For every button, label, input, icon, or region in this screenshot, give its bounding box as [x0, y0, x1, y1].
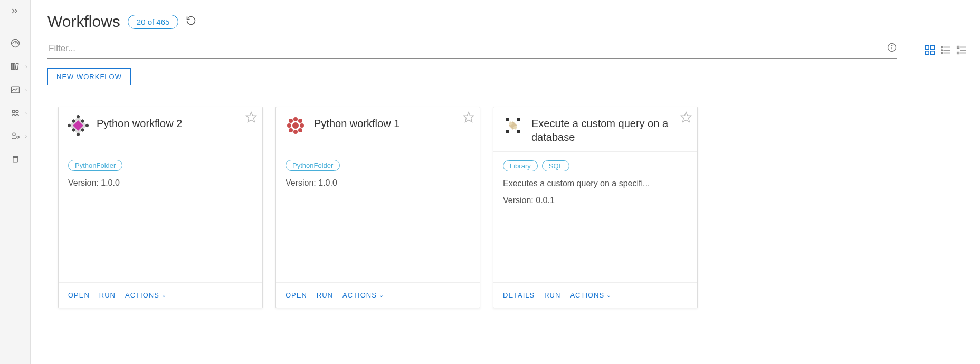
svg-rect-15: [926, 51, 929, 54]
divider: [910, 43, 910, 57]
workflow-icon: [502, 114, 524, 137]
filter-input[interactable]: [47, 41, 887, 56]
svg-point-21: [941, 50, 943, 51]
svg-rect-51: [506, 130, 509, 133]
svg-marker-56: [681, 112, 691, 122]
card-footer: OPEN RUN ACTIONS⌄: [276, 282, 480, 308]
svg-rect-9: [13, 156, 17, 158]
sidebar-item-library[interactable]: ›: [0, 55, 30, 78]
view-grid-button[interactable]: [923, 43, 937, 57]
details-button[interactable]: DETAILS: [503, 291, 535, 299]
card-version: Version: 0.0.1: [503, 196, 688, 205]
card-footer: DETAILS RUN ACTIONS⌄: [493, 282, 697, 308]
sidebar-item-storage[interactable]: [0, 148, 30, 171]
svg-point-47: [298, 128, 302, 132]
sidebar: › › › ›: [0, 0, 31, 364]
actions-dropdown[interactable]: ACTIONS⌄: [342, 291, 384, 299]
main-content: Workflows 20 of 465 NEW WORKFLOW: [31, 0, 980, 364]
chevron-down-icon: ⌄: [161, 292, 167, 299]
new-workflow-button[interactable]: NEW WORKFLOW: [47, 68, 131, 85]
svg-rect-14: [931, 45, 934, 49]
svg-point-46: [289, 128, 293, 132]
chevron-right-icon: ›: [25, 133, 27, 139]
card-header: Execute a custom query on a database: [493, 107, 697, 152]
cards-container: Python workflow 2 PythonFolder Version: …: [47, 107, 968, 308]
svg-point-44: [289, 119, 293, 123]
svg-rect-52: [517, 130, 520, 133]
svg-point-41: [300, 123, 304, 128]
card-description: Executes a custom query on a specifi...: [503, 179, 688, 188]
run-button[interactable]: RUN: [317, 291, 333, 299]
card-body: PythonFolder Version: 1.0.0: [59, 151, 262, 282]
svg-point-7: [16, 136, 18, 138]
open-button[interactable]: OPEN: [286, 291, 307, 299]
card-tags: PythonFolder: [286, 160, 470, 171]
svg-point-5: [15, 110, 18, 113]
workflow-card: Python workflow 2 PythonFolder Version: …: [58, 107, 263, 308]
sidebar-item-dashboard[interactable]: [0, 32, 30, 55]
favorite-button[interactable]: [463, 111, 474, 125]
card-header: Python workflow 2: [59, 107, 262, 151]
workflow-card: Python workflow 1 PythonFolder Version: …: [275, 107, 480, 308]
svg-rect-49: [506, 118, 509, 121]
svg-point-4: [12, 110, 15, 113]
svg-rect-50: [517, 118, 520, 121]
workflow-icon: [284, 114, 307, 137]
sidebar-item-admin[interactable]: ›: [0, 124, 30, 148]
svg-rect-24: [957, 52, 959, 54]
favorite-button[interactable]: [245, 111, 257, 125]
run-button[interactable]: RUN: [99, 291, 116, 299]
view-list-button[interactable]: [939, 43, 953, 57]
page-title: Workflows: [47, 13, 120, 31]
card-version: Version: 1.0.0: [68, 178, 253, 188]
svg-point-20: [941, 46, 943, 47]
svg-point-40: [287, 123, 291, 128]
card-title: Execute a custom query on a database: [531, 114, 689, 144]
workflow-icon: [67, 114, 89, 137]
chevron-down-icon: ⌄: [606, 292, 612, 299]
svg-rect-13: [926, 45, 929, 49]
svg-point-43: [293, 130, 298, 134]
tag[interactable]: Library: [503, 160, 538, 171]
refresh-button[interactable]: [186, 15, 196, 28]
svg-point-45: [298, 119, 302, 123]
actions-dropdown[interactable]: ACTIONS⌄: [125, 291, 167, 299]
svg-rect-16: [931, 51, 934, 54]
chevron-right-icon: ›: [25, 110, 27, 116]
sidebar-item-activity[interactable]: ›: [0, 78, 30, 101]
tag[interactable]: SQL: [542, 160, 569, 171]
card-title: Python workflow 2: [97, 114, 196, 130]
page-header: Workflows 20 of 465: [47, 13, 968, 31]
card-version: Version: 1.0.0: [286, 178, 470, 188]
svg-rect-2: [13, 63, 15, 70]
open-button[interactable]: OPEN: [68, 291, 90, 299]
svg-point-39: [292, 122, 299, 129]
sidebar-expand-button[interactable]: [0, 4, 30, 21]
svg-marker-48: [464, 112, 473, 122]
chevron-right-icon: ›: [25, 64, 27, 70]
card-tags: Library SQL: [503, 160, 688, 171]
svg-marker-38: [246, 112, 256, 122]
tag[interactable]: PythonFolder: [68, 160, 122, 171]
svg-point-22: [941, 52, 943, 53]
view-toggles: [923, 43, 968, 57]
info-icon[interactable]: [887, 42, 897, 55]
card-body: Library SQL Executes a custom query on a…: [493, 152, 697, 282]
svg-point-12: [891, 45, 892, 46]
actions-dropdown[interactable]: ACTIONS⌄: [570, 291, 612, 299]
svg-point-42: [293, 117, 298, 121]
tag[interactable]: PythonFolder: [286, 160, 340, 171]
card-tags: PythonFolder: [68, 160, 253, 171]
sidebar-item-inventory[interactable]: ›: [0, 101, 30, 124]
workflow-card: Execute a custom query on a database Lib…: [493, 107, 698, 308]
svg-rect-8: [13, 156, 17, 162]
svg-point-6: [13, 133, 15, 136]
card-title: Python workflow 1: [314, 114, 413, 130]
run-button[interactable]: RUN: [544, 291, 560, 299]
filter-input-wrap: [47, 41, 897, 59]
card-footer: OPEN RUN ACTIONS⌄: [59, 282, 262, 308]
card-body: PythonFolder Version: 1.0.0: [276, 151, 480, 282]
favorite-button[interactable]: [680, 111, 692, 125]
card-header: Python workflow 1: [276, 107, 480, 151]
view-tree-button[interactable]: [955, 43, 968, 57]
